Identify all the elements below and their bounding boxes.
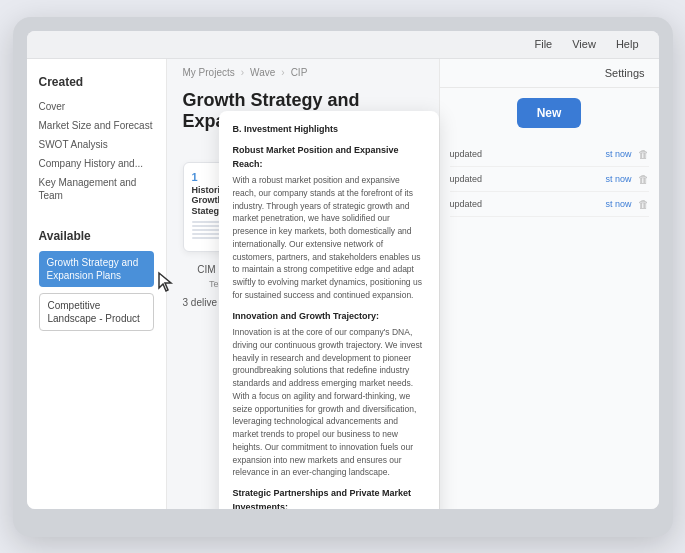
right-panel: Settings New updated st now 🗑 updated st… (439, 59, 659, 509)
right-item-1-action[interactable]: st now (605, 149, 631, 159)
sidebar-item-growth[interactable]: Growth Strategy and Expansion Plans (39, 251, 154, 287)
right-item-3: updated st now 🗑 (450, 192, 649, 217)
popup-section-2-heading: Innovation and Growth Trajectory: (233, 310, 425, 324)
popup-section-1-body: With a robust market position and expans… (233, 174, 425, 302)
sidebar-item-market[interactable]: Market Size and Forecast (39, 116, 154, 135)
popup-section-b-heading: B. Investment Highlights (233, 123, 425, 137)
popup-section-3: Strategic Partnerships and Private Marke… (233, 487, 425, 509)
breadcrumb: My Projects › Wave › CIP (167, 59, 439, 86)
popup-section-1: Robust Market Position and Expansive Rea… (233, 144, 425, 302)
text-popup: B. Investment Highlights Robust Market P… (219, 111, 439, 509)
breadcrumb-wave[interactable]: Wave (250, 67, 275, 78)
sidebar: Created Cover Market Size and Forecast S… (27, 59, 167, 509)
sidebar-available-title: Available (39, 229, 154, 243)
menu-help[interactable]: Help (616, 38, 639, 50)
breadcrumb-projects[interactable]: My Projects (183, 67, 235, 78)
right-item-2-status: updated (450, 174, 483, 184)
right-item-1: updated st now 🗑 (450, 142, 649, 167)
popup-section-2-body: Innovation is at the core of our company… (233, 326, 425, 479)
trash-icon-2[interactable]: 🗑 (638, 173, 649, 185)
sidebar-created-title: Created (39, 75, 154, 89)
right-item-2-action[interactable]: st now (605, 174, 631, 184)
laptop-frame: File View Help Created Cover Market Size… (13, 17, 673, 537)
menu-view[interactable]: View (572, 38, 596, 50)
right-item-2-actions: st now 🗑 (605, 173, 648, 185)
right-item-2: updated st now 🗑 (450, 167, 649, 192)
menu-file[interactable]: File (534, 38, 552, 50)
popup-section-3-heading: Strategic Partnerships and Private Marke… (233, 487, 425, 509)
sidebar-item-swot[interactable]: SWOT Analysis (39, 135, 154, 154)
settings-bar: Settings (440, 59, 659, 88)
popup-section-2: Innovation and Growth Trajectory: Innova… (233, 310, 425, 480)
sidebar-item-competitive[interactable]: Competitive Landscape - Product (39, 293, 154, 331)
sidebar-item-cover[interactable]: Cover (39, 97, 154, 116)
menu-bar: File View Help (27, 31, 659, 59)
right-item-1-status: updated (450, 149, 483, 159)
right-item-1-actions: st now 🗑 (605, 148, 648, 160)
breadcrumb-cip[interactable]: CIP (291, 67, 308, 78)
popup-section-1-heading: Robust Market Position and Expansive Rea… (233, 144, 425, 171)
right-item-3-actions: st now 🗑 (605, 198, 648, 210)
right-item-3-status: updated (450, 199, 483, 209)
sidebar-item-key[interactable]: Key Management and Team (39, 173, 154, 205)
sidebar-item-company[interactable]: Company History and... (39, 154, 154, 173)
breadcrumb-sep2: › (281, 67, 284, 78)
right-item-3-action[interactable]: st now (605, 199, 631, 209)
screen: File View Help Created Cover Market Size… (27, 31, 659, 509)
popup-section-b: B. Investment Highlights (233, 123, 425, 137)
right-items-list: updated st now 🗑 updated st now 🗑 (440, 138, 659, 509)
trash-icon-1[interactable]: 🗑 (638, 148, 649, 160)
new-button[interactable]: New (517, 98, 582, 128)
breadcrumb-sep1: › (241, 67, 244, 78)
trash-icon-3[interactable]: 🗑 (638, 198, 649, 210)
